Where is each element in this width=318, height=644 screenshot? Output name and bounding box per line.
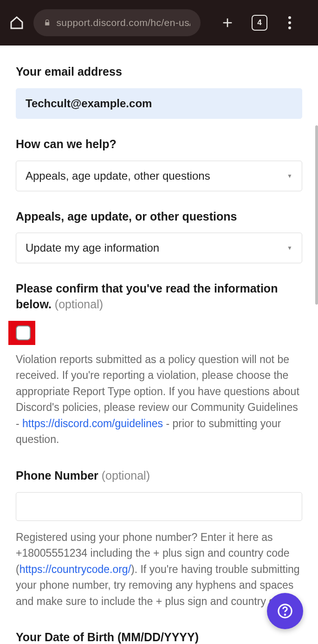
lock-icon [44, 18, 51, 28]
help-select-value: Appeals, age update, other questions [26, 169, 210, 182]
subtype-select[interactable]: Update my age information ▼ [16, 233, 302, 263]
page-content: Your email address Techcult@example.com … [0, 46, 318, 644]
subtype-select-value: Update my age information [26, 241, 159, 254]
confirm-help-text: Violation reports submitted as a policy … [16, 351, 302, 448]
help-label: How can we help? [16, 137, 302, 152]
phone-help-text: Registered using your phone number? Ente… [16, 529, 302, 610]
toolbar-actions: 4 [221, 15, 294, 31]
tab-counter[interactable]: 4 [252, 15, 267, 31]
email-field[interactable]: Techcult@example.com [16, 88, 302, 119]
confirm-label: Please confirm that you've read the info… [16, 281, 302, 312]
new-tab-icon[interactable] [221, 16, 234, 29]
guidelines-link[interactable]: https://discord.com/guidelines [22, 417, 163, 429]
confirm-checkbox-wrap [16, 321, 302, 345]
help-select[interactable]: Appeals, age update, other questions ▼ [16, 161, 302, 191]
subtype-label: Appeals, age update, or other questions [16, 209, 302, 225]
help-fab[interactable] [267, 593, 303, 629]
question-icon [277, 603, 293, 619]
url-text: support.discord.com/hc/en-us/requ [56, 17, 190, 28]
confirm-checkbox[interactable] [16, 325, 31, 340]
home-icon[interactable] [9, 15, 24, 30]
phone-label: Phone Number (optional) [16, 468, 302, 484]
phone-field[interactable] [16, 492, 302, 521]
countrycode-link[interactable]: https://countrycode.org/ [19, 563, 131, 575]
url-bar[interactable]: support.discord.com/hc/en-us/requ [33, 9, 201, 36]
svg-point-1 [285, 614, 286, 615]
menu-icon[interactable] [285, 16, 294, 29]
dob-label: Your Date of Birth (MM/DD/YYYY) [16, 630, 302, 644]
chevron-down-icon: ▼ [287, 173, 292, 179]
email-label: Your email address [16, 64, 302, 80]
scroll-indicator[interactable] [315, 125, 318, 305]
browser-toolbar: support.discord.com/hc/en-us/requ 4 [0, 0, 318, 46]
chevron-down-icon: ▼ [287, 245, 292, 251]
checkbox-highlight [8, 321, 35, 345]
